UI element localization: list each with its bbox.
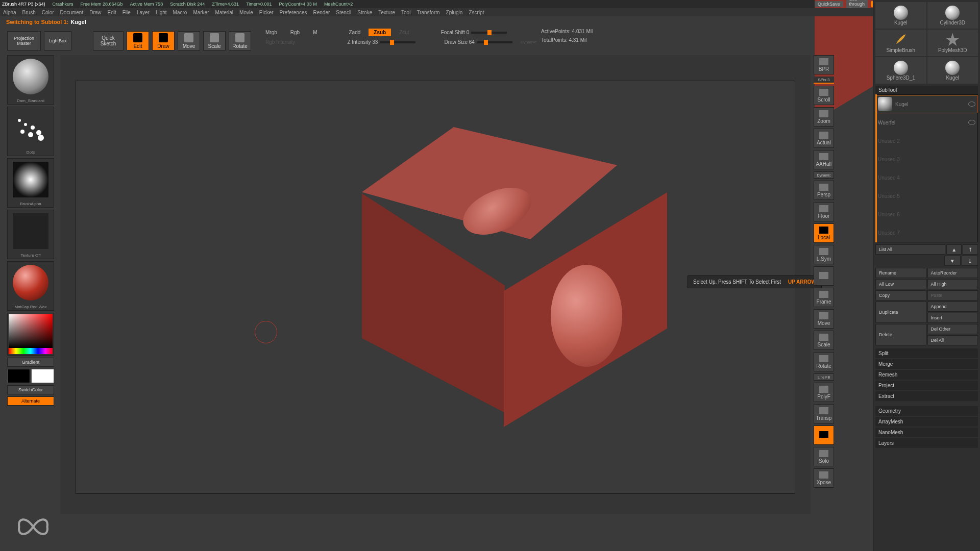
mesh-cube[interactable] <box>311 127 638 464</box>
arraymesh-section[interactable]: ArrayMesh <box>875 417 978 427</box>
move-nav-button[interactable]: Move <box>814 309 834 329</box>
zoom-button[interactable]: Zoom <box>814 107 834 127</box>
move-up-button[interactable]: ⤒ <box>963 244 978 255</box>
tool-sphere3d[interactable]: Sphere3D_1 <box>875 57 926 84</box>
projection-master-button[interactable]: Projection Master <box>7 31 41 51</box>
tool-cylinder3d[interactable]: Cylinder3D <box>927 2 978 29</box>
tool-kugel[interactable]: Kugel <box>875 2 926 29</box>
project-section[interactable]: Project <box>875 381 978 390</box>
rotate-axis-button[interactable] <box>814 266 834 286</box>
switchcolor-button[interactable]: SwitchColor <box>7 385 54 394</box>
aahalf-button[interactable]: AAHalf <box>814 150 834 169</box>
frame-button[interactable]: Frame <box>814 288 834 307</box>
move-down-button[interactable]: ⤓ <box>962 256 978 266</box>
geometry-section[interactable]: Geometry <box>875 406 978 416</box>
scale-nav-button[interactable]: Scale <box>814 331 834 350</box>
menu-picker[interactable]: Picker <box>259 10 274 15</box>
delete-button[interactable]: Delete <box>875 324 926 345</box>
visibility-icon[interactable] <box>968 120 975 125</box>
rename-button[interactable]: Rename <box>875 268 926 278</box>
actual-button[interactable]: Actual <box>814 129 834 148</box>
scroll-button[interactable]: Scroll <box>814 86 834 105</box>
all-low-button[interactable]: All Low <box>875 279 926 289</box>
layers-section[interactable]: Layers <box>875 438 978 448</box>
polyf-button[interactable]: PolyF <box>814 383 834 402</box>
menu-alpha[interactable]: Alpha <box>3 10 16 15</box>
merge-section[interactable]: Merge <box>875 359 978 369</box>
rotate-mode-button[interactable]: Rotate <box>229 31 251 51</box>
menu-stencil[interactable]: Stencil <box>336 10 351 15</box>
ghost-button[interactable] <box>814 425 834 445</box>
stroke-selector[interactable]: Dots <box>7 107 54 156</box>
menu-zplugin[interactable]: Zplugin <box>446 10 463 15</box>
linefill-button[interactable]: Line Fill <box>814 373 834 381</box>
menu-color[interactable]: Color <box>42 10 54 15</box>
tool-kugel-2[interactable]: Kugel <box>927 57 978 84</box>
rotate-nav-button[interactable]: Rotate <box>814 352 834 371</box>
texture-selector[interactable]: Texture Off <box>7 210 54 259</box>
mrgb-toggle[interactable]: Mrgb <box>260 29 282 36</box>
autoreorder-button[interactable]: AutoReorder <box>927 268 978 278</box>
nanomesh-section[interactable]: NanoMesh <box>875 428 978 437</box>
edit-mode-button[interactable]: Edit <box>127 31 149 51</box>
alternate-button[interactable]: Alternate <box>7 396 54 406</box>
zsub-toggle[interactable]: Zsub <box>369 29 391 36</box>
menu-transform[interactable]: Transform <box>416 10 439 15</box>
menu-brush[interactable]: Brush <box>22 10 36 15</box>
tool-simplebrush[interactable]: SimpleBrush <box>875 30 926 56</box>
floor-button[interactable]: Floor <box>814 202 834 221</box>
paste-button[interactable]: Paste <box>927 290 978 300</box>
dynamic-button[interactable]: Dynamic <box>814 171 834 179</box>
menu-file[interactable]: File <box>122 10 131 15</box>
persp-button[interactable]: Persp <box>814 181 834 200</box>
zadd-toggle[interactable]: Zadd <box>344 29 366 36</box>
transp-button[interactable]: Transp <box>814 404 834 423</box>
menu-light[interactable]: Light <box>156 10 167 15</box>
focal-shift-slider[interactable]: Focal Shift 0 <box>441 30 507 35</box>
del-other-button[interactable]: Del Other <box>927 324 978 334</box>
menu-layer[interactable]: Layer <box>137 10 150 15</box>
m-toggle[interactable]: M <box>308 29 322 36</box>
menu-macro[interactable]: Macro <box>173 10 187 15</box>
menu-draw[interactable]: Draw <box>89 10 101 15</box>
z-intensity-slider[interactable]: Z Intensity 33 <box>347 39 415 45</box>
tool-polymesh3d[interactable]: PolyMesh3D <box>927 30 978 56</box>
insert-button[interactable]: Insert <box>927 313 978 323</box>
menu-edit[interactable]: Edit <box>108 10 116 15</box>
menu-texture[interactable]: Texture <box>378 10 395 15</box>
menu-document[interactable]: Document <box>60 10 84 15</box>
draw-mode-button[interactable]: Draw <box>152 31 175 51</box>
remesh-section[interactable]: Remesh <box>875 370 978 380</box>
xpose-button[interactable]: Xpose <box>814 468 834 488</box>
zcut-toggle[interactable]: Zcut <box>394 29 414 36</box>
brush-selector[interactable]: Dam_Standard <box>7 55 54 105</box>
solo-button[interactable]: Solo <box>814 447 834 466</box>
local-button[interactable]: Local <box>814 223 834 243</box>
del-all-button[interactable]: Del All <box>927 335 978 345</box>
list-all-button[interactable]: List All <box>875 244 945 255</box>
duplicate-button[interactable]: Duplicate <box>875 302 926 323</box>
subtool-header[interactable]: SubTool <box>875 86 978 94</box>
subtool-row-kugel[interactable]: Kugel <box>876 95 977 113</box>
menu-tool[interactable]: Tool <box>401 10 410 15</box>
menu-preferences[interactable]: Preferences <box>280 10 307 15</box>
material-selector[interactable]: MatCap Red Wax <box>7 261 54 311</box>
scale-mode-button[interactable]: Scale <box>203 31 226 51</box>
primary-color[interactable] <box>31 369 54 383</box>
all-high-button[interactable]: All High <box>927 279 978 289</box>
quicksave-button[interactable]: QuickSave <box>815 1 843 7</box>
menu-stroke[interactable]: Stroke <box>357 10 372 15</box>
bpr-button[interactable]: BPR <box>814 55 834 74</box>
alpha-selector[interactable]: BrushAlpha <box>7 158 54 208</box>
secondary-color[interactable] <box>7 369 30 383</box>
select-down-button[interactable]: ▼ <box>944 256 961 266</box>
color-picker[interactable] <box>7 313 54 356</box>
gradient-toggle[interactable]: Gradient <box>7 358 54 367</box>
split-section[interactable]: Split <box>875 348 978 358</box>
quicksketch-button[interactable]: Quick Sketch <box>93 31 124 51</box>
menu-zscript[interactable]: Zscript <box>469 10 484 15</box>
lsym-button[interactable]: L.Sym <box>814 245 834 264</box>
copy-button[interactable]: Copy <box>875 290 926 300</box>
lightbox-button[interactable]: LightBox <box>44 31 71 51</box>
visibility-icon[interactable] <box>968 102 975 107</box>
